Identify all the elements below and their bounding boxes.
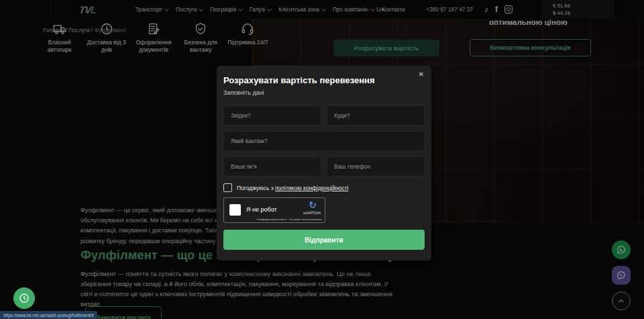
- to-input[interactable]: [327, 105, 425, 126]
- name-input[interactable]: [223, 156, 321, 177]
- chat-widget-button[interactable]: [13, 287, 35, 309]
- recaptcha-label: Я не робот: [246, 206, 277, 213]
- recaptcha-checkbox[interactable]: [229, 204, 241, 216]
- recaptcha-terms-links[interactable]: Конфиденциальность - Условия использован…: [257, 218, 322, 221]
- recaptcha-logo-icon: ↻: [309, 199, 317, 210]
- calculate-cost-modal: ✕ Розрахувати вартість перевезення Запов…: [217, 66, 431, 261]
- phone-input[interactable]: [327, 156, 425, 177]
- submit-button[interactable]: Відправити: [223, 230, 425, 250]
- privacy-policy-link[interactable]: політикою конфіденційності: [275, 185, 348, 191]
- recaptcha-brand: reCAPTCHA: [303, 212, 321, 215]
- page: TVL Транспорт Послуги Географія Галузі К…: [0, 0, 644, 319]
- recaptcha-widget: Я не робот ↻ reCAPTCHA Конфиденциальност…: [223, 197, 325, 223]
- modal-subtitle: Заповніть дані: [223, 89, 425, 96]
- status-bar-url: https://www.tvl.net.ua/nashi-poslugi/ful…: [0, 311, 97, 319]
- close-icon[interactable]: ✕: [419, 71, 424, 78]
- consent-row: Погоджуюсь з політикою конфіденційності: [223, 183, 425, 192]
- modal-title: Розрахувати вартість перевезення: [223, 75, 425, 85]
- from-input[interactable]: [223, 105, 321, 126]
- consent-checkbox[interactable]: [223, 183, 232, 192]
- cargo-input[interactable]: [223, 131, 425, 151]
- callback-clock-icon: [17, 291, 31, 305]
- consent-label: Погоджуюсь з: [237, 185, 275, 191]
